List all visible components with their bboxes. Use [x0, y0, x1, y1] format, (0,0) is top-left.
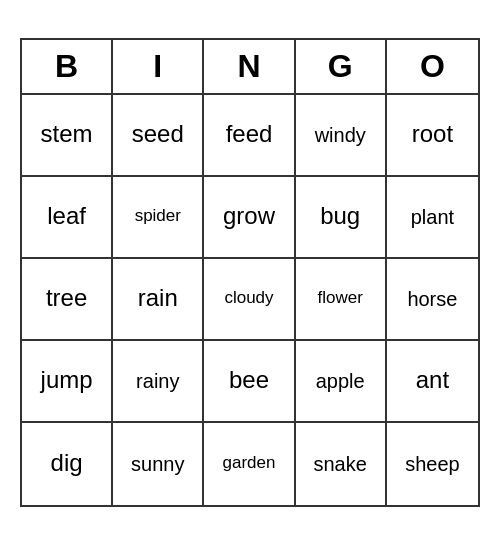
- cell-word: cloudy: [224, 288, 273, 308]
- bingo-cell: stem: [22, 95, 113, 177]
- cell-word: rainy: [136, 369, 179, 393]
- bingo-cell: bug: [296, 177, 387, 259]
- header-letter: G: [296, 40, 387, 93]
- bingo-grid: stemseedfeedwindyrootleafspidergrowbugpl…: [22, 95, 478, 505]
- header-letter: B: [22, 40, 113, 93]
- cell-word: tree: [46, 284, 87, 313]
- cell-word: spider: [135, 206, 181, 226]
- bingo-cell: dig: [22, 423, 113, 505]
- header-letter: N: [204, 40, 295, 93]
- header-letter: I: [113, 40, 204, 93]
- bingo-cell: sheep: [387, 423, 478, 505]
- cell-word: rain: [138, 284, 178, 313]
- bingo-cell: root: [387, 95, 478, 177]
- bingo-cell: feed: [204, 95, 295, 177]
- cell-word: dig: [51, 449, 83, 478]
- bingo-cell: windy: [296, 95, 387, 177]
- bingo-cell: jump: [22, 341, 113, 423]
- bingo-cell: bee: [204, 341, 295, 423]
- cell-word: grow: [223, 202, 275, 231]
- cell-word: horse: [407, 287, 457, 311]
- bingo-cell: plant: [387, 177, 478, 259]
- cell-word: sheep: [405, 452, 460, 476]
- bingo-cell: seed: [113, 95, 204, 177]
- cell-word: ant: [416, 366, 449, 395]
- bingo-cell: sunny: [113, 423, 204, 505]
- cell-word: seed: [132, 120, 184, 149]
- bingo-cell: rain: [113, 259, 204, 341]
- bingo-cell: cloudy: [204, 259, 295, 341]
- cell-word: bee: [229, 366, 269, 395]
- bingo-cell: garden: [204, 423, 295, 505]
- cell-word: flower: [318, 288, 363, 308]
- bingo-cell: ant: [387, 341, 478, 423]
- bingo-cell: snake: [296, 423, 387, 505]
- bingo-cell: leaf: [22, 177, 113, 259]
- header-letter: O: [387, 40, 478, 93]
- cell-word: sunny: [131, 452, 184, 476]
- bingo-cell: horse: [387, 259, 478, 341]
- bingo-cell: rainy: [113, 341, 204, 423]
- bingo-cell: tree: [22, 259, 113, 341]
- cell-word: stem: [41, 120, 93, 149]
- bingo-card: BINGO stemseedfeedwindyrootleafspidergro…: [20, 38, 480, 507]
- cell-word: plant: [411, 205, 454, 229]
- cell-word: feed: [226, 120, 273, 149]
- cell-word: bug: [320, 202, 360, 231]
- bingo-cell: flower: [296, 259, 387, 341]
- cell-word: jump: [41, 366, 93, 395]
- cell-word: apple: [316, 369, 365, 393]
- cell-word: snake: [314, 452, 367, 476]
- cell-word: windy: [315, 123, 366, 147]
- bingo-cell: apple: [296, 341, 387, 423]
- bingo-cell: grow: [204, 177, 295, 259]
- cell-word: leaf: [47, 202, 86, 231]
- bingo-cell: spider: [113, 177, 204, 259]
- cell-word: root: [412, 120, 453, 149]
- cell-word: garden: [223, 453, 276, 473]
- bingo-header: BINGO: [22, 40, 478, 95]
